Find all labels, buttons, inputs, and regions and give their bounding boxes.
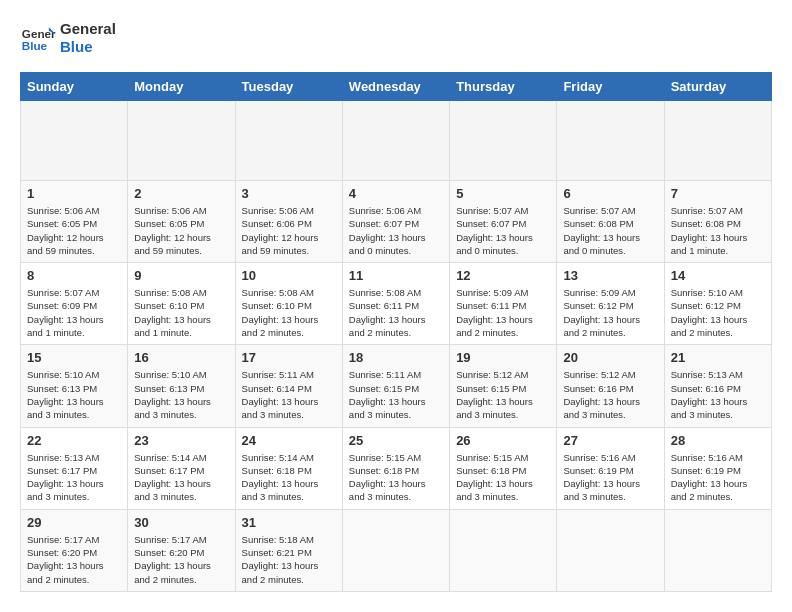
calendar-week-row: 1Sunrise: 5:06 AM Sunset: 6:05 PM Daylig… xyxy=(21,181,772,263)
day-info: Sunrise: 5:07 AM Sunset: 6:09 PM Dayligh… xyxy=(27,286,121,339)
day-number: 31 xyxy=(242,515,336,530)
calendar-day-cell: 29Sunrise: 5:17 AM Sunset: 6:20 PM Dayli… xyxy=(21,509,128,591)
calendar-day-cell xyxy=(235,101,342,181)
day-number: 21 xyxy=(671,350,765,365)
day-info: Sunrise: 5:09 AM Sunset: 6:12 PM Dayligh… xyxy=(563,286,657,339)
calendar-day-cell: 1Sunrise: 5:06 AM Sunset: 6:05 PM Daylig… xyxy=(21,181,128,263)
calendar-day-cell: 12Sunrise: 5:09 AM Sunset: 6:11 PM Dayli… xyxy=(450,263,557,345)
day-number: 25 xyxy=(349,433,443,448)
day-number: 24 xyxy=(242,433,336,448)
day-number: 29 xyxy=(27,515,121,530)
calendar-day-cell: 3Sunrise: 5:06 AM Sunset: 6:06 PM Daylig… xyxy=(235,181,342,263)
day-of-week-header: Saturday xyxy=(664,73,771,101)
calendar-day-cell xyxy=(664,509,771,591)
day-number: 11 xyxy=(349,268,443,283)
day-number: 1 xyxy=(27,186,121,201)
calendar-day-cell: 11Sunrise: 5:08 AM Sunset: 6:11 PM Dayli… xyxy=(342,263,449,345)
calendar-day-cell: 13Sunrise: 5:09 AM Sunset: 6:12 PM Dayli… xyxy=(557,263,664,345)
calendar-week-row: 15Sunrise: 5:10 AM Sunset: 6:13 PM Dayli… xyxy=(21,345,772,427)
calendar-day-cell: 17Sunrise: 5:11 AM Sunset: 6:14 PM Dayli… xyxy=(235,345,342,427)
calendar-day-cell: 31Sunrise: 5:18 AM Sunset: 6:21 PM Dayli… xyxy=(235,509,342,591)
calendar-day-cell: 30Sunrise: 5:17 AM Sunset: 6:20 PM Dayli… xyxy=(128,509,235,591)
calendar-day-cell xyxy=(557,101,664,181)
day-info: Sunrise: 5:08 AM Sunset: 6:10 PM Dayligh… xyxy=(242,286,336,339)
calendar-day-cell: 5Sunrise: 5:07 AM Sunset: 6:07 PM Daylig… xyxy=(450,181,557,263)
calendar-day-cell: 6Sunrise: 5:07 AM Sunset: 6:08 PM Daylig… xyxy=(557,181,664,263)
day-of-week-header: Tuesday xyxy=(235,73,342,101)
calendar-day-cell: 20Sunrise: 5:12 AM Sunset: 6:16 PM Dayli… xyxy=(557,345,664,427)
day-info: Sunrise: 5:06 AM Sunset: 6:06 PM Dayligh… xyxy=(242,204,336,257)
day-info: Sunrise: 5:06 AM Sunset: 6:07 PM Dayligh… xyxy=(349,204,443,257)
day-info: Sunrise: 5:14 AM Sunset: 6:18 PM Dayligh… xyxy=(242,451,336,504)
day-number: 18 xyxy=(349,350,443,365)
day-number: 13 xyxy=(563,268,657,283)
calendar-day-cell xyxy=(450,101,557,181)
day-info: Sunrise: 5:09 AM Sunset: 6:11 PM Dayligh… xyxy=(456,286,550,339)
calendar-day-cell: 9Sunrise: 5:08 AM Sunset: 6:10 PM Daylig… xyxy=(128,263,235,345)
day-info: Sunrise: 5:10 AM Sunset: 6:13 PM Dayligh… xyxy=(27,368,121,421)
day-number: 27 xyxy=(563,433,657,448)
day-info: Sunrise: 5:18 AM Sunset: 6:21 PM Dayligh… xyxy=(242,533,336,586)
day-number: 2 xyxy=(134,186,228,201)
calendar-day-cell: 19Sunrise: 5:12 AM Sunset: 6:15 PM Dayli… xyxy=(450,345,557,427)
logo-icon: General Blue xyxy=(20,20,56,56)
day-info: Sunrise: 5:16 AM Sunset: 6:19 PM Dayligh… xyxy=(563,451,657,504)
svg-text:Blue: Blue xyxy=(22,39,48,52)
calendar-day-cell: 18Sunrise: 5:11 AM Sunset: 6:15 PM Dayli… xyxy=(342,345,449,427)
calendar-week-row: 22Sunrise: 5:13 AM Sunset: 6:17 PM Dayli… xyxy=(21,427,772,509)
day-number: 4 xyxy=(349,186,443,201)
calendar-body: 1Sunrise: 5:06 AM Sunset: 6:05 PM Daylig… xyxy=(21,101,772,592)
calendar-day-cell: 22Sunrise: 5:13 AM Sunset: 6:17 PM Dayli… xyxy=(21,427,128,509)
calendar-week-row: 8Sunrise: 5:07 AM Sunset: 6:09 PM Daylig… xyxy=(21,263,772,345)
calendar-week-row xyxy=(21,101,772,181)
day-number: 16 xyxy=(134,350,228,365)
day-number: 10 xyxy=(242,268,336,283)
calendar-day-cell: 14Sunrise: 5:10 AM Sunset: 6:12 PM Dayli… xyxy=(664,263,771,345)
calendar-day-cell: 15Sunrise: 5:10 AM Sunset: 6:13 PM Dayli… xyxy=(21,345,128,427)
day-info: Sunrise: 5:10 AM Sunset: 6:13 PM Dayligh… xyxy=(134,368,228,421)
day-info: Sunrise: 5:07 AM Sunset: 6:08 PM Dayligh… xyxy=(563,204,657,257)
day-number: 17 xyxy=(242,350,336,365)
day-info: Sunrise: 5:17 AM Sunset: 6:20 PM Dayligh… xyxy=(27,533,121,586)
calendar-day-cell: 4Sunrise: 5:06 AM Sunset: 6:07 PM Daylig… xyxy=(342,181,449,263)
day-of-week-header: Friday xyxy=(557,73,664,101)
day-number: 19 xyxy=(456,350,550,365)
day-of-week-header: Wednesday xyxy=(342,73,449,101)
calendar-day-cell xyxy=(342,509,449,591)
calendar-day-cell xyxy=(664,101,771,181)
day-info: Sunrise: 5:11 AM Sunset: 6:14 PM Dayligh… xyxy=(242,368,336,421)
day-number: 5 xyxy=(456,186,550,201)
day-number: 14 xyxy=(671,268,765,283)
day-info: Sunrise: 5:14 AM Sunset: 6:17 PM Dayligh… xyxy=(134,451,228,504)
day-info: Sunrise: 5:08 AM Sunset: 6:10 PM Dayligh… xyxy=(134,286,228,339)
day-of-week-header: Monday xyxy=(128,73,235,101)
calendar-table: SundayMondayTuesdayWednesdayThursdayFrid… xyxy=(20,72,772,592)
day-info: Sunrise: 5:13 AM Sunset: 6:17 PM Dayligh… xyxy=(27,451,121,504)
day-info: Sunrise: 5:08 AM Sunset: 6:11 PM Dayligh… xyxy=(349,286,443,339)
day-number: 23 xyxy=(134,433,228,448)
logo: General Blue General Blue xyxy=(20,20,116,56)
calendar-header-row: SundayMondayTuesdayWednesdayThursdayFrid… xyxy=(21,73,772,101)
day-number: 12 xyxy=(456,268,550,283)
calendar-day-cell: 16Sunrise: 5:10 AM Sunset: 6:13 PM Dayli… xyxy=(128,345,235,427)
calendar-day-cell xyxy=(557,509,664,591)
day-info: Sunrise: 5:17 AM Sunset: 6:20 PM Dayligh… xyxy=(134,533,228,586)
day-info: Sunrise: 5:10 AM Sunset: 6:12 PM Dayligh… xyxy=(671,286,765,339)
calendar-day-cell: 10Sunrise: 5:08 AM Sunset: 6:10 PM Dayli… xyxy=(235,263,342,345)
calendar-day-cell: 2Sunrise: 5:06 AM Sunset: 6:05 PM Daylig… xyxy=(128,181,235,263)
calendar-week-row: 29Sunrise: 5:17 AM Sunset: 6:20 PM Dayli… xyxy=(21,509,772,591)
calendar-day-cell: 27Sunrise: 5:16 AM Sunset: 6:19 PM Dayli… xyxy=(557,427,664,509)
logo-blue: Blue xyxy=(60,38,116,56)
day-of-week-header: Sunday xyxy=(21,73,128,101)
day-number: 8 xyxy=(27,268,121,283)
day-number: 15 xyxy=(27,350,121,365)
day-number: 28 xyxy=(671,433,765,448)
calendar-day-cell: 7Sunrise: 5:07 AM Sunset: 6:08 PM Daylig… xyxy=(664,181,771,263)
page-header: General Blue General Blue xyxy=(20,20,772,56)
day-of-week-header: Thursday xyxy=(450,73,557,101)
day-number: 26 xyxy=(456,433,550,448)
calendar-day-cell: 25Sunrise: 5:15 AM Sunset: 6:18 PM Dayli… xyxy=(342,427,449,509)
calendar-day-cell: 28Sunrise: 5:16 AM Sunset: 6:19 PM Dayli… xyxy=(664,427,771,509)
day-info: Sunrise: 5:06 AM Sunset: 6:05 PM Dayligh… xyxy=(134,204,228,257)
day-number: 30 xyxy=(134,515,228,530)
